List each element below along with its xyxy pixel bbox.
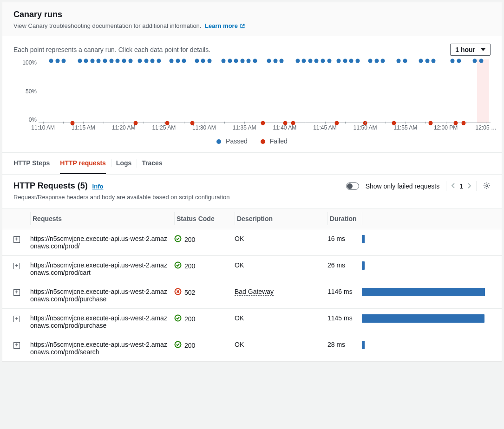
chart-point-passed[interactable] xyxy=(201,58,205,63)
canary-runs-chart[interactable]: 100% 50% 0% 11:10 AM11:15 AM11:20 AM11:2… xyxy=(39,59,491,129)
chart-point-passed[interactable] xyxy=(381,58,385,63)
chart-point-passed[interactable] xyxy=(432,58,436,63)
chart-point-passed[interactable] xyxy=(62,58,66,63)
chart-x-label: 11:35 AM xyxy=(233,124,256,131)
chart-point-passed[interactable] xyxy=(234,58,238,63)
tab-logs[interactable]: Logs xyxy=(116,153,131,174)
requests-info-link[interactable]: Info xyxy=(92,183,104,190)
chart-x-label: 11:30 AM xyxy=(192,124,216,131)
col-duration[interactable]: Duration xyxy=(327,212,362,225)
tab-http-requests[interactable]: HTTP requests xyxy=(60,153,106,174)
chart-point-passed[interactable] xyxy=(157,58,161,63)
chart-x-label: 11:55 AM xyxy=(394,124,418,131)
chart-point-passed[interactable] xyxy=(84,58,88,63)
chart-point-passed[interactable] xyxy=(273,58,277,63)
chart-point-failed[interactable] xyxy=(428,121,432,125)
settings-button[interactable] xyxy=(483,182,491,191)
pager-next[interactable] xyxy=(468,182,471,190)
chart-point-passed[interactable] xyxy=(49,58,53,63)
chart-point-passed[interactable] xyxy=(247,58,251,63)
legend-passed: Passed xyxy=(216,137,248,145)
chart-point-passed[interactable] xyxy=(144,58,148,63)
expand-row-button[interactable]: + xyxy=(13,289,20,296)
chart-point-passed[interactable] xyxy=(240,58,244,63)
chart-point-passed[interactable] xyxy=(397,58,401,63)
caret-down-icon xyxy=(481,48,485,51)
chart-point-passed[interactable] xyxy=(128,58,132,63)
chart-point-passed[interactable] xyxy=(170,58,174,63)
chart-point-passed[interactable] xyxy=(451,58,455,63)
requests-heading: HTTP Requests (5) xyxy=(13,181,88,191)
chart-point-passed[interactable] xyxy=(419,58,423,63)
chart-point-passed[interactable] xyxy=(355,58,360,63)
check-circle-icon xyxy=(174,261,182,270)
tab-http-steps[interactable]: HTTP Steps xyxy=(13,153,50,174)
chart-x-label: 12:00 PM xyxy=(434,124,458,131)
pager: 1 xyxy=(446,181,477,191)
chart-point-passed[interactable] xyxy=(403,58,407,63)
chart-point-passed[interactable] xyxy=(182,58,186,63)
chart-description: Each point represents a canary run. Clic… xyxy=(13,46,210,53)
chart-point-passed[interactable] xyxy=(280,58,284,63)
chart-point-passed[interactable] xyxy=(479,58,483,63)
request-url: https://n5scmvjcne.execute-api.us-west-2… xyxy=(30,314,174,329)
chart-point-failed[interactable] xyxy=(461,121,465,125)
chart-point-passed[interactable] xyxy=(97,58,101,63)
tab-traces[interactable]: Traces xyxy=(142,153,162,174)
chart-point-passed[interactable] xyxy=(116,58,120,63)
chart-point-passed[interactable] xyxy=(103,58,107,63)
chart-point-passed[interactable] xyxy=(176,58,180,63)
learn-more-link[interactable]: Learn more xyxy=(205,22,245,29)
chart-point-passed[interactable] xyxy=(349,58,353,63)
chart-point-passed[interactable] xyxy=(267,58,271,63)
chart-point-passed[interactable] xyxy=(337,58,341,63)
chart-point-passed[interactable] xyxy=(321,58,325,63)
panel-title: Canary runs xyxy=(13,10,491,20)
chart-point-passed[interactable] xyxy=(295,58,300,63)
duration-bar xyxy=(362,288,485,296)
col-requests[interactable]: Requests xyxy=(30,212,174,225)
chart-point-passed[interactable] xyxy=(55,58,59,63)
chart-point-passed[interactable] xyxy=(327,58,331,63)
expand-row-button[interactable]: + xyxy=(13,342,20,349)
chart-point-passed[interactable] xyxy=(228,58,232,63)
chart-point-passed[interactable] xyxy=(343,58,347,63)
chart-x-label: 11:15 AM xyxy=(72,124,95,131)
chart-area: Each point represents a canary run. Clic… xyxy=(2,36,502,153)
chart-point-passed[interactable] xyxy=(457,58,461,63)
requests-controls: Show only failed requests 1 xyxy=(346,181,491,191)
chart-point-passed[interactable] xyxy=(151,58,155,63)
chart-point-passed[interactable] xyxy=(472,58,477,63)
chart-point-passed[interactable] xyxy=(308,58,312,63)
failed-only-toggle[interactable] xyxy=(346,182,359,190)
expand-row-button[interactable]: + xyxy=(13,263,20,269)
expand-row-button[interactable]: + xyxy=(13,236,20,243)
chart-point-passed[interactable] xyxy=(207,58,211,63)
legend-passed-dot xyxy=(216,139,221,144)
requests-header: HTTP Requests (5) Info Request/Response … xyxy=(2,175,502,208)
chart-point-passed[interactable] xyxy=(78,58,82,63)
chart-point-passed[interactable] xyxy=(253,58,257,63)
chart-point-passed[interactable] xyxy=(314,58,319,63)
expand-row-button[interactable]: + xyxy=(13,316,20,322)
chart-point-passed[interactable] xyxy=(221,58,225,63)
chart-point-passed[interactable] xyxy=(195,58,199,63)
chart-point-passed[interactable] xyxy=(90,58,94,63)
chart-point-passed[interactable] xyxy=(368,58,373,63)
duration-text: 28 ms xyxy=(327,341,362,348)
chart-point-passed[interactable] xyxy=(109,58,113,63)
chart-point-passed[interactable] xyxy=(137,58,142,63)
chart-point-passed[interactable] xyxy=(425,58,429,63)
chart-point-passed[interactable] xyxy=(122,58,126,63)
chart-point-passed[interactable] xyxy=(302,58,306,63)
status-code: 200 xyxy=(174,261,235,270)
time-range-select[interactable]: 1 hour xyxy=(450,44,491,56)
panel-subtitle: View Canary troubleshooting documentatio… xyxy=(13,22,491,29)
chart-x-label: 11:20 AM xyxy=(112,124,136,131)
col-status[interactable]: Status Code xyxy=(174,212,235,225)
col-description[interactable]: Description xyxy=(235,212,327,225)
chart-highlight-region xyxy=(477,59,489,123)
status-description: Bad Gateway xyxy=(235,288,327,296)
chart-point-passed[interactable] xyxy=(374,58,379,63)
pager-prev[interactable] xyxy=(451,182,455,190)
